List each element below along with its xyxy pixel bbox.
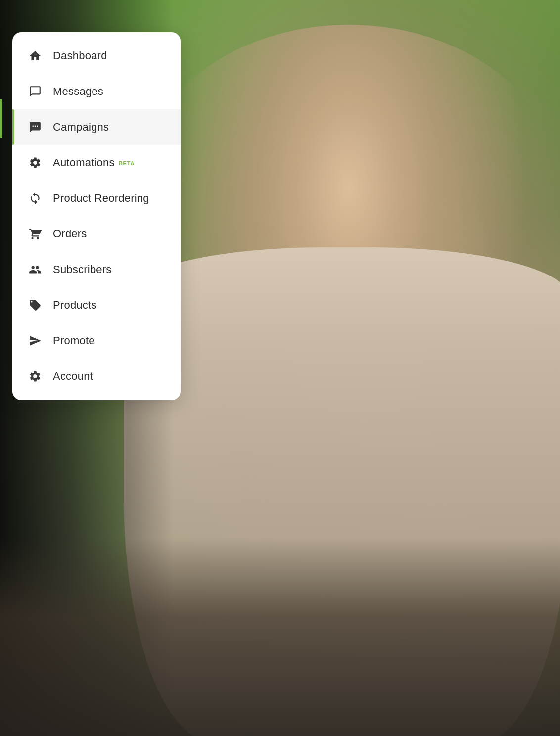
account-label: Account (53, 370, 93, 383)
sidebar-item-promote[interactable]: Promote (12, 323, 181, 359)
sidebar-item-campaigns[interactable]: Campaigns (12, 109, 181, 145)
sidebar-item-orders[interactable]: Orders (12, 216, 181, 252)
promote-label: Promote (53, 334, 95, 347)
left-accent-bar (0, 99, 2, 138)
automations-icon (28, 156, 42, 170)
sidebar-item-subscribers[interactable]: Subscribers (12, 252, 181, 287)
automations-label: AutomationsBETA (53, 156, 135, 169)
sidebar-item-messages[interactable]: Messages (12, 74, 181, 109)
products-icon (28, 298, 42, 312)
messages-label: Messages (53, 85, 103, 98)
svg-point-1 (35, 126, 36, 127)
subscribers-label: Subscribers (53, 263, 112, 276)
orders-label: Orders (53, 228, 87, 240)
product-reordering-label: Product Reordering (53, 192, 149, 205)
sidebar-nav: Dashboard Messages Campaigns (12, 32, 181, 400)
sidebar-item-automations[interactable]: AutomationsBETA (12, 145, 181, 181)
campaigns-icon (28, 120, 42, 134)
svg-point-2 (37, 126, 38, 127)
reorder-icon (28, 191, 42, 205)
products-label: Products (53, 299, 97, 312)
promote-icon (28, 334, 42, 348)
subscribers-icon (28, 263, 42, 276)
sidebar-item-account[interactable]: Account (12, 359, 181, 394)
cart-icon (28, 227, 42, 241)
sidebar-item-dashboard[interactable]: Dashboard (12, 38, 181, 74)
svg-point-0 (32, 126, 34, 127)
beta-badge: BETA (119, 160, 135, 166)
gear-icon (28, 369, 42, 383)
sidebar-item-product-reordering[interactable]: Product Reordering (12, 181, 181, 216)
dashboard-label: Dashboard (53, 49, 107, 62)
message-icon (28, 85, 42, 98)
sidebar-item-products[interactable]: Products (12, 287, 181, 323)
campaigns-label: Campaigns (53, 121, 109, 134)
home-icon (28, 49, 42, 63)
